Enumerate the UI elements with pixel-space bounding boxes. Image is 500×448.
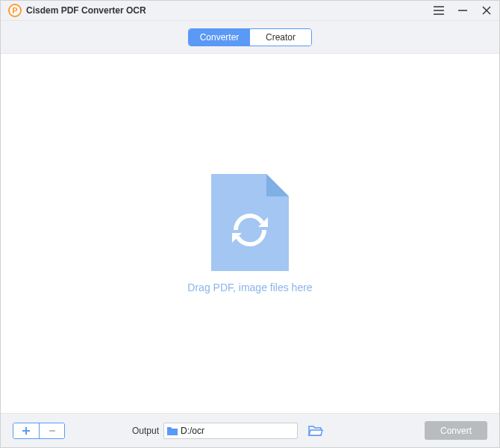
output-label: Output xyxy=(132,426,159,436)
main-area: Drag PDF, image files here xyxy=(1,54,499,413)
folder-icon xyxy=(167,426,178,435)
output-path-text: D:/ocr xyxy=(181,426,294,436)
drop-hint-text: Drag PDF, image files here xyxy=(187,281,312,293)
window-controls xyxy=(434,5,492,16)
plus-icon xyxy=(21,426,31,436)
convert-button[interactable]: Convert xyxy=(425,421,487,440)
tab-creator[interactable]: Creator xyxy=(250,29,311,46)
output-path-field[interactable]: D:/ocr xyxy=(163,423,298,439)
tab-group: Converter Creator xyxy=(188,28,312,46)
browse-folder-button[interactable] xyxy=(308,425,323,437)
titlebar: Cisdem PDF Converter OCR xyxy=(1,1,499,21)
tab-bar: Converter Creator xyxy=(1,21,499,54)
folder-open-icon xyxy=(308,425,323,437)
add-file-button[interactable] xyxy=(13,423,39,438)
drop-zone[interactable]: Drag PDF, image files here xyxy=(187,174,312,293)
output-group: Output D:/ocr xyxy=(132,423,323,439)
minimize-icon[interactable] xyxy=(457,5,468,16)
file-refresh-icon xyxy=(211,174,289,271)
remove-file-button[interactable] xyxy=(39,423,64,438)
minus-icon xyxy=(47,426,57,436)
app-title: Cisdem PDF Converter OCR xyxy=(26,5,146,16)
close-icon[interactable] xyxy=(481,5,492,16)
tab-converter[interactable]: Converter xyxy=(189,29,250,46)
app-logo-icon xyxy=(8,4,22,17)
hamburger-menu-icon[interactable] xyxy=(434,5,444,16)
bottom-bar: Output D:/ocr Convert xyxy=(1,413,499,447)
add-remove-group xyxy=(13,423,65,439)
